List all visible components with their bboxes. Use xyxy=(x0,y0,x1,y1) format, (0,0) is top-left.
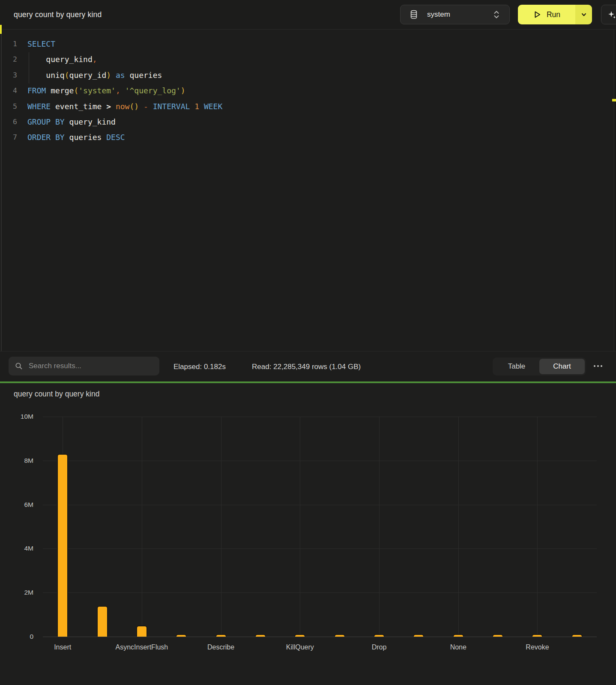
code-token: BY xyxy=(55,117,65,126)
gridline-horizontal xyxy=(43,593,597,593)
code-token: query_kind xyxy=(46,55,92,64)
code-token xyxy=(120,86,125,95)
search-box xyxy=(9,357,159,375)
gridline-vertical xyxy=(142,417,142,637)
code-token: uniq xyxy=(46,71,64,80)
code-token: ) xyxy=(106,71,111,80)
active-tab-marker xyxy=(0,25,2,34)
code-token: 1 xyxy=(194,102,199,111)
database-selector[interactable]: system xyxy=(400,5,510,24)
code-token xyxy=(27,55,46,64)
code-token xyxy=(111,102,116,111)
bar-unlabeled-9[interactable] xyxy=(413,634,424,637)
sparkle-icon xyxy=(607,9,616,20)
run-split-button: Run xyxy=(518,5,592,24)
y-axis-tick-label: 10M xyxy=(0,413,33,420)
bar-unlabeled-7[interactable] xyxy=(334,634,345,637)
code-line: 1SELECT xyxy=(0,36,591,52)
run-options-caret[interactable] xyxy=(575,5,592,24)
bar-unlabeled-11[interactable] xyxy=(492,634,503,637)
code-lines: 1SELECT2 query_kind,3 uniq(query_id) as … xyxy=(0,36,591,146)
bar-Insert[interactable] xyxy=(57,454,68,637)
bar-unlabeled-3[interactable] xyxy=(176,634,187,637)
code-token xyxy=(139,102,144,111)
code-token xyxy=(102,102,106,111)
code-token: 'system' xyxy=(78,86,116,95)
code-token: queries xyxy=(69,133,102,142)
gridline-vertical xyxy=(221,417,221,637)
chart-plot xyxy=(43,417,597,637)
view-toggle: Table Chart xyxy=(493,357,586,375)
bar-unlabeled-1[interactable] xyxy=(97,606,108,637)
code-token xyxy=(27,71,46,80)
code-token xyxy=(190,102,194,111)
code-token: merge xyxy=(51,86,74,95)
code-line: 4FROM merge('system', '^query_log') xyxy=(0,83,591,98)
chevron-down-icon xyxy=(581,12,587,18)
gridline-vertical xyxy=(537,417,538,637)
code-token: ( xyxy=(65,71,69,80)
code-token: as xyxy=(116,71,125,80)
x-axis-label: Revoke xyxy=(526,643,549,651)
y-axis-tick-label: 2M xyxy=(0,589,33,596)
code-token xyxy=(125,71,130,80)
cursor-position-marker xyxy=(612,99,616,101)
code-token xyxy=(51,117,55,126)
code-token: INTERVAL xyxy=(153,102,190,111)
chart-view-button[interactable]: Chart xyxy=(539,359,585,374)
code-token: ORDER xyxy=(27,133,51,142)
play-icon xyxy=(533,10,541,19)
gridline-vertical xyxy=(379,417,380,637)
bar-AsyncInsertFlush[interactable] xyxy=(136,625,147,637)
gridline-vertical xyxy=(300,417,300,637)
database-selected-value: system xyxy=(427,10,450,19)
code-token xyxy=(65,133,69,142)
line-number: 1 xyxy=(0,36,17,52)
table-view-button[interactable]: Table xyxy=(494,359,539,374)
bar-unlabeled-13[interactable] xyxy=(571,634,583,637)
code-token: ) xyxy=(181,86,185,95)
search-icon xyxy=(15,362,23,370)
chart-title: query count by query kind xyxy=(14,390,99,399)
y-axis-tick-label: 4M xyxy=(0,545,33,552)
bar-Revoke[interactable] xyxy=(532,634,543,637)
line-number: 3 xyxy=(0,68,17,83)
x-axis-label: KillQuery xyxy=(286,643,314,651)
code-token xyxy=(102,133,106,142)
gridline-vertical xyxy=(458,417,459,637)
bar-Drop[interactable] xyxy=(374,634,385,637)
code-token: GROUP xyxy=(27,117,51,126)
query-title: query count by query kind xyxy=(14,0,102,29)
code-line: 3 uniq(query_id) as queries xyxy=(0,68,591,83)
search-results-input[interactable] xyxy=(28,361,150,371)
y-axis-tick-label: 0 xyxy=(0,633,33,640)
line-number: 7 xyxy=(0,130,17,145)
more-options-icon[interactable] xyxy=(592,363,604,369)
code-token xyxy=(65,117,69,126)
code-line: 7ORDER BY queries DESC xyxy=(0,130,591,145)
x-axis-label: None xyxy=(450,643,466,651)
bar-Describe[interactable] xyxy=(215,634,227,637)
code-line: 2 query_kind, xyxy=(0,52,591,67)
code-token: query_kind xyxy=(69,117,116,126)
bar-unlabeled-5[interactable] xyxy=(255,634,266,637)
sql-editor[interactable]: 1SELECT2 query_kind,3 uniq(query_id) as … xyxy=(0,30,616,351)
run-button-label: Run xyxy=(547,10,560,19)
code-token xyxy=(111,71,116,80)
x-axis-label: Insert xyxy=(54,643,71,651)
code-line: 6GROUP BY query_kind xyxy=(0,114,591,130)
bar-None[interactable] xyxy=(453,634,464,637)
x-axis-label: Describe xyxy=(207,643,234,651)
ai-assist-button[interactable] xyxy=(601,5,616,24)
read-stat: Read: 22,285,349 rows (1.04 GB) xyxy=(252,351,361,382)
code-token xyxy=(148,102,153,111)
code-token: queries xyxy=(129,71,162,80)
code-token: , xyxy=(116,86,120,95)
run-button[interactable]: Run xyxy=(518,5,575,24)
bar-KillQuery[interactable] xyxy=(294,634,305,637)
code-token xyxy=(51,133,55,142)
code-token: query_id xyxy=(69,71,107,80)
code-token: () xyxy=(129,102,139,111)
code-token: event_time xyxy=(55,102,102,111)
gridline-horizontal xyxy=(43,461,597,461)
